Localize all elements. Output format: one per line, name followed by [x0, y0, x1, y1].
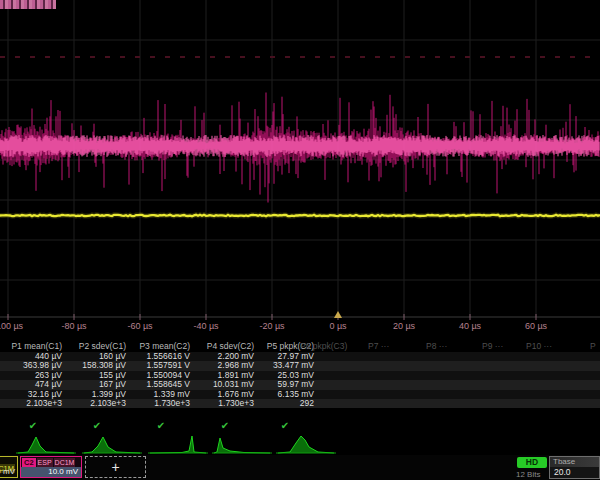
param-header-inactive-9[interactable]: P9 ···: [482, 341, 503, 352]
param-P5-status-check: ✔: [256, 420, 314, 431]
histicon-P3: [148, 434, 208, 455]
time-axis-label: -20 µs: [259, 321, 285, 331]
param-column-P2: P2 sdev(C1)160 µV158.308 µV155 µV167 µV1…: [68, 341, 126, 408]
param-P2-status-check: ✔: [68, 420, 126, 431]
param-P1-num: 2.103e+3: [4, 399, 62, 408]
time-axis-label: -100 µs: [0, 321, 24, 331]
histicon-shape: [214, 438, 270, 453]
histicon-P2: [82, 434, 142, 455]
hd-mode-badge[interactable]: HD: [517, 457, 547, 468]
timebase-descriptor[interactable]: Tbase 20.0: [549, 456, 600, 479]
time-axis-label: -60 µs: [127, 321, 153, 331]
c2-coupling-badge: DC1M: [54, 458, 76, 467]
timebase-value: 20.0: [550, 467, 599, 478]
param-column-P3: P3 mean(C2)1.556616 V1.557591 V1.550094 …: [132, 341, 190, 408]
channel-c1-descriptor[interactable]: C1M 0 mV: [0, 456, 18, 478]
histicon-shape: [278, 436, 334, 453]
histicon-row: [0, 434, 600, 455]
param-P4-status-check: ✔: [196, 420, 254, 431]
param-column-P1: P1 mean(C1)440 µV363.98 µV263 µV474 µV32…: [4, 341, 62, 408]
waveform-grid: -100 µs-80 µs-60 µs-40 µs-20 µs0 µs20 µs…: [0, 0, 600, 334]
histicon-shape: [18, 437, 74, 453]
param-P1-status-check: ✔: [4, 420, 62, 431]
param-header-inactive-6[interactable]: P6 pkpk(C3): [300, 341, 347, 352]
c2-vdiv-value: 10.0 mV: [21, 467, 81, 477]
param-header-inactive-10[interactable]: P10 ···: [526, 341, 552, 352]
time-axis-label: 20 µs: [393, 321, 416, 331]
histicon-shape: [84, 437, 140, 453]
time-axis-label: 40 µs: [459, 321, 482, 331]
time-axis-label: 0 µs: [329, 321, 347, 331]
time-axis-label: -80 µs: [61, 321, 87, 331]
c2-esp-badge: ESP: [37, 458, 53, 467]
param-P4-num: 1.730e+3: [196, 399, 254, 408]
time-axis-label: -40 µs: [193, 321, 219, 331]
timebase-label: Tbase: [550, 457, 599, 467]
param-P3-status-check: ✔: [132, 420, 190, 431]
bottom-descriptor-bar: C1M 0 mV C2 ESP DC1M 10.0 mV + HD 12 Bit…: [0, 455, 600, 480]
param-P5-num: 292: [256, 399, 314, 408]
oscilloscope-screen: -100 µs-80 µs-60 µs-40 µs-20 µs0 µs20 µs…: [0, 0, 600, 480]
param-column-P4: P4 sdev(C2)2.200 mV2.968 mV1.891 mV10.03…: [196, 341, 254, 408]
histicon-shape: [150, 436, 206, 453]
histicon-P5: [276, 434, 336, 455]
c1-vdiv-value: 0 mV: [0, 467, 17, 477]
plus-icon: +: [111, 459, 119, 475]
adc-bits-label: 12 Bits: [516, 470, 540, 479]
time-axis-label: 60 µs: [525, 321, 548, 331]
measurement-status-row: ✔✔✔✔✔: [0, 408, 600, 434]
c1-flat-trace: [0, 215, 600, 216]
param-header-inactive-8[interactable]: P8 ···: [426, 341, 447, 352]
param-header-inactive-7[interactable]: P7 ···: [368, 341, 389, 352]
param-P2-num: 2.103e+3: [68, 399, 126, 408]
trigger-time-marker[interactable]: [334, 311, 342, 318]
c2-label: C2: [22, 458, 36, 467]
measurement-table: P1 mean(C1)440 µV363.98 µV263 µV474 µV32…: [0, 341, 600, 411]
histicon-P4: [212, 434, 272, 455]
param-P3-num: 1.730e+3: [132, 399, 190, 408]
channel-c2-descriptor[interactable]: C2 ESP DC1M 10.0 mV: [20, 456, 82, 478]
histicon-P1: [16, 434, 76, 455]
param-header-inactive-11[interactable]: P: [590, 341, 596, 352]
cropped-top-left-badge: [0, 0, 56, 9]
add-trace-button[interactable]: +: [85, 456, 146, 478]
